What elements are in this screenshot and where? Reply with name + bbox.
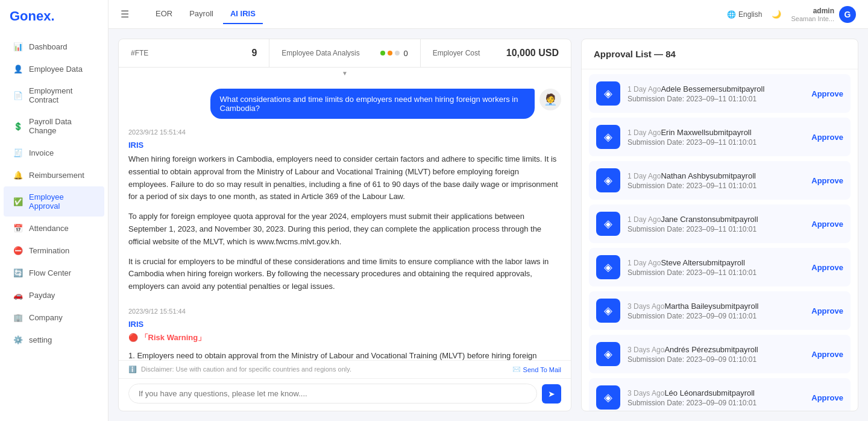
approval-info: 1 Day AgoErin Maxwellsubmitpayroll Submi… [627,128,804,147]
globe-icon: 🌐 [727,10,736,19]
approval-date: Submission Date: 2023–09–09 01:10:01 [627,355,804,364]
approval-header: Approval List — 84 [582,39,858,69]
approval-item: ◈ 1 Day AgoErin Maxwellsubmitpayroll Sub… [589,118,851,156]
approval-ago: 1 Day Ago [627,172,661,180]
approval-icon: ◈ [596,125,620,149]
logo: Gonex. [0,0,108,33]
analysis-label: Employee Data Analysis [281,49,359,57]
approve-button[interactable]: Approve [811,306,843,315]
nav-label-termination: Termination [29,246,69,255]
send-button[interactable]: ➤ [542,384,561,404]
approve-button[interactable]: Approve [811,263,843,272]
approval-name-line: 3 Days AgoMartha Baileysubmitpayroll [627,302,804,311]
approve-button[interactable]: Approve [811,176,843,185]
approval-name: Nathan Ashby [661,171,709,180]
analysis-count: 0 [403,49,407,58]
fte-label: #FTE [131,49,148,57]
approval-ago: 1 Day Ago [627,128,661,137]
sidebar-item-employment-contract[interactable]: 📄 Employment Contract [4,80,104,110]
sidebar-item-dashboard[interactable]: 📊 Dashboard [4,36,104,57]
approve-button[interactable]: Approve [811,133,843,142]
sidebar-item-setting[interactable]: ⚙️ setting [4,329,104,350]
topnav-link-payroll[interactable]: Payroll [182,4,221,24]
approval-info: 3 Days AgoAndrés Pérezsubmitpayroll Subm… [627,345,804,364]
approval-date: Submission Date: 2023–09–11 01:10:01 [627,182,804,190]
nav-label-employee-data: Employee Data [29,65,83,74]
dot-gray [395,51,400,55]
approval-ago: 1 Day Ago [627,259,661,267]
sidebar-item-employee-approval[interactable]: ✅ Employee Approval [4,186,104,217]
hamburger-icon[interactable]: ☰ [121,8,129,20]
approval-name: Adele Bessemer [661,84,718,93]
lang-label: English [738,10,762,19]
sidebar-item-reimbursement[interactable]: 🔔 Reimbursement [4,164,104,186]
approve-button[interactable]: Approve [811,350,843,359]
approval-item: ◈ 1 Day AgoAdele Bessemersubmitpayroll S… [589,74,851,113]
dot-green [380,51,385,55]
approval-action: submitpayroll [705,128,752,137]
cost-stat: Employer Cost 10,000 USD [421,39,571,67]
sidebar-item-company[interactable]: 🏢 Company [4,306,104,328]
iris-timestamp: 2023/9/12 15:51:44 [128,308,561,315]
topnav-right: 🌐 English 🌙 admin Seaman Inte... G [727,6,856,23]
iris-paragraph: It is crucial for employers to be mindfu… [128,256,561,293]
approval-date: Submission Date: 2023–09–11 01:10:01 [627,138,804,147]
nav-label-reimbursement: Reimbursement [29,171,84,180]
user-avatar-robot: 🧑‍💼 [539,89,561,110]
chevron-down-icon[interactable]: ▼ [119,68,571,79]
sidebar-item-attendance[interactable]: 📅 Attendance [4,217,104,239]
language-button[interactable]: 🌐 English [727,10,762,19]
sidebar-item-employee-data[interactable]: 👤 Employee Data [4,58,104,80]
nav-label-flow-center: Flow Center [29,268,71,277]
approve-button[interactable]: Approve [811,89,843,98]
chat-area: What considerations and time limits do e… [119,79,571,360]
diamond-icon: ◈ [604,130,612,144]
user-subtitle: Seaman Inte... [791,15,834,22]
nav-icon-setting: ⚙️ [13,335,23,344]
approve-button[interactable]: Approve [811,220,843,229]
approval-name: Martha Bailey [664,302,712,311]
approval-icon: ◈ [596,255,620,279]
nav-label-attendance: Attendance [29,224,69,233]
approval-ago: 1 Day Ago [627,215,661,224]
sidebar-item-invoice[interactable]: 🧾 Invoice [4,142,104,163]
nav-label-company: Company [29,313,63,322]
nav-icon-dashboard: 📊 [13,42,23,51]
sidebar-item-payroll-data-change[interactable]: 💲 Payroll Data Change [4,111,104,141]
nav-icon-company: 🏢 [13,312,23,322]
approval-name: Andrés Pérez [664,345,712,354]
iris-paragraph: To apply for foreign employee quota appr… [128,210,561,248]
approval-list: ◈ 1 Day AgoAdele Bessemersubmitpayroll S… [582,69,858,411]
approval-action: submitpayroll [712,345,758,354]
sidebar-item-termination[interactable]: ⛔ Termination [4,239,104,261]
cost-value: 10,000 USD [506,48,559,59]
nav-icon-employee-approval: ✅ [13,197,23,206]
approval-action: submitpayroll [699,258,745,267]
approval-name-line: 1 Day AgoErin Maxwellsubmitpayroll [627,128,804,137]
iris-response-0: 2023/9/12 15:51:44IRISWhen hiring foreig… [128,128,561,298]
approval-panel: Approval List — 84 ◈ 1 Day AgoAdele Bess… [581,39,858,411]
nav-icon-invoice: 🧾 [13,148,23,157]
iris-paragraph: When hiring foreign workers in Cambodia,… [128,153,561,203]
approve-button[interactable]: Approve [811,393,843,402]
approval-item: ◈ 3 Days AgoLéo Léonardsubmitpayroll Sub… [589,378,851,411]
sidebar-item-payday[interactable]: 🚗 Payday [4,284,104,306]
nav-icon-flow-center: 🔄 [13,268,23,277]
approval-icon: ◈ [596,385,620,410]
chat-input[interactable] [128,384,537,404]
nav-label-setting: setting [29,335,52,344]
topnav-link-eor[interactable]: EOR [148,4,180,24]
sidebar-item-flow-center[interactable]: 🔄 Flow Center [4,262,104,283]
topnav-link-ai-iris[interactable]: AI IRIS [223,4,263,24]
approval-icon: ◈ [596,212,620,236]
send-mail-link[interactable]: ✉️ Send To Mail [512,366,561,373]
analysis-dots [380,51,400,55]
approval-info: 1 Day AgoSteve Altersubmitpayroll Submis… [627,258,804,277]
nav-label-employee-approval: Employee Approval [29,192,95,210]
approval-date: Submission Date: 2023–09–09 01:10:01 [627,312,804,320]
theme-toggle[interactable]: 🌙 [772,10,781,19]
user-info[interactable]: admin Seaman Inte... G [791,6,856,23]
approval-action: submitpayroll [709,171,756,180]
nav-icon-reimbursement: 🔔 [13,170,23,180]
nav-icon-payday: 🚗 [13,290,23,300]
